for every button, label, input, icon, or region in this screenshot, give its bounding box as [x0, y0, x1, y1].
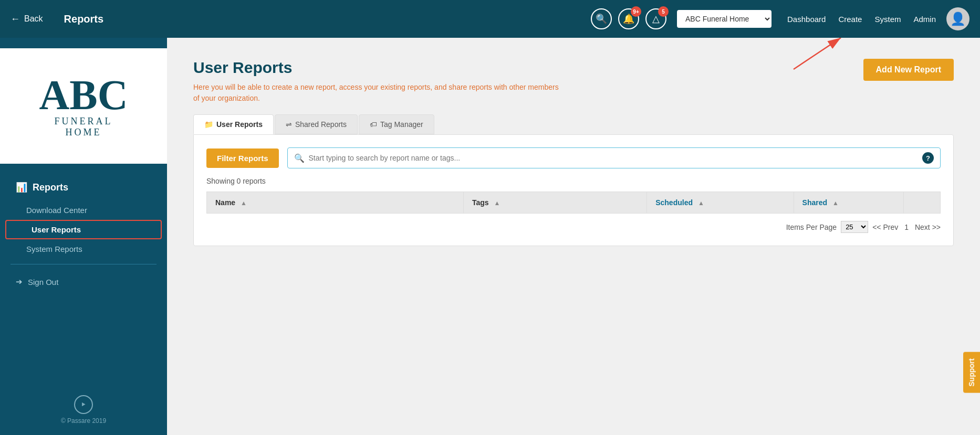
sign-out-label: Sign Out [28, 278, 58, 287]
back-arrow-icon: ← [11, 14, 20, 25]
reports-table: Name ▲ Tags ▲ Scheduled ▲ Shared [206, 192, 941, 214]
back-label: Back [24, 14, 43, 24]
dashboard-link[interactable]: Dashboard [787, 15, 826, 24]
filter-reports-button[interactable]: Filter Reports [206, 148, 279, 168]
nav-title: Reports [64, 13, 591, 25]
showing-count: Showing 0 reports [206, 177, 941, 185]
sidebar-nav: 📊 Reports Download Center User Reports S… [0, 164, 167, 385]
col-header-shared[interactable]: Shared ▲ [794, 192, 904, 214]
tag-icon: 🏷 [370, 120, 377, 129]
sidebar-divider [11, 264, 157, 264]
admin-link[interactable]: Admin [913, 15, 936, 24]
org-selector[interactable]: ABC Funeral Home [677, 10, 772, 28]
tab-shared-reports[interactable]: ⇌ Shared Reports [275, 114, 358, 134]
filter-search-row: Filter Reports 🔍 ? [206, 147, 941, 168]
sign-out-icon: ➔ [16, 277, 23, 287]
next-page-button[interactable]: Next >> [915, 223, 941, 231]
sidebar-section-label: Reports [33, 182, 68, 193]
back-button[interactable]: ← Back [11, 14, 43, 25]
passare-logo: ‣ [74, 395, 93, 414]
table-header: Name ▲ Tags ▲ Scheduled ▲ Shared [207, 192, 941, 214]
help-icon[interactable]: ? [922, 152, 934, 164]
main-content: User Reports Here you will be able to cr… [167, 38, 980, 435]
reports-icon: 📊 [16, 182, 27, 193]
tab-tag-manager-label: Tag Manager [380, 120, 423, 129]
top-nav: ← Back Reports 🔍 🔔 9+ △ 5 ABC Funeral Ho… [0, 0, 980, 38]
current-page: 1 [904, 223, 909, 231]
page-header: User Reports Here you will be able to cr… [193, 59, 954, 104]
arrow-annotation [788, 38, 851, 75]
add-button-container: Add New Report [863, 59, 954, 81]
pagination-row: Items Per Page 2550100 << Prev 1 Next >> [206, 214, 941, 233]
nav-links: Dashboard Create System Admin [787, 15, 936, 24]
sidebar-item-system-reports[interactable]: System Reports [0, 239, 167, 259]
search-icon-button[interactable]: 🔍 [591, 8, 612, 29]
tab-tag-manager[interactable]: 🏷 Tag Manager [359, 114, 434, 134]
tab-shared-reports-label: Shared Reports [295, 120, 347, 129]
page-description: Here you will be able to create a new re… [193, 82, 561, 104]
search-input[interactable] [309, 154, 918, 162]
sidebar: ABC FUNERAL HOME 📊 Reports Download Cent… [0, 38, 167, 435]
tab-user-reports[interactable]: 📁 User Reports [193, 114, 274, 134]
logo-home: HOME [66, 127, 102, 138]
bell-icon-button[interactable]: 🔔 9+ [618, 8, 639, 29]
user-avatar[interactable]: 👤 [946, 7, 969, 30]
logo-area: ABC FUNERAL HOME [0, 48, 167, 164]
svg-line-1 [794, 38, 841, 69]
sidebar-section-reports[interactable]: 📊 Reports [0, 174, 167, 200]
clock-badge: 5 [658, 6, 669, 17]
sidebar-footer: ‣ © Passare 2019 [50, 385, 117, 435]
sidebar-item-download-center[interactable]: Download Center [0, 200, 167, 220]
prev-page-button[interactable]: << Prev [872, 223, 898, 231]
nav-icons: 🔍 🔔 9+ △ 5 [591, 8, 666, 29]
sign-out-button[interactable]: ➔ Sign Out [0, 270, 167, 294]
bell-badge: 9+ [631, 6, 641, 17]
search-icon: 🔍 [294, 153, 305, 163]
col-header-scheduled[interactable]: Scheduled ▲ [647, 192, 794, 214]
sort-arrow-tags: ▲ [494, 199, 500, 207]
create-link[interactable]: Create [838, 15, 862, 24]
system-link[interactable]: System [874, 15, 901, 24]
folder-icon: 📁 [204, 120, 213, 129]
tab-user-reports-label: User Reports [216, 120, 263, 129]
col-header-actions [904, 192, 941, 214]
logo-abc: ABC [39, 74, 128, 116]
footer-text: © Passare 2019 [61, 417, 106, 425]
col-header-name[interactable]: Name ▲ [207, 192, 464, 214]
search-box: 🔍 ? [287, 147, 941, 168]
main-panel: Filter Reports 🔍 ? Showing 0 reports Nam… [193, 134, 954, 246]
items-per-page-select[interactable]: 2550100 [841, 221, 868, 233]
sidebar-item-user-reports[interactable]: User Reports [5, 220, 162, 239]
shared-icon: ⇌ [286, 120, 292, 129]
sort-arrow-name: ▲ [241, 199, 247, 207]
tab-bar: 📁 User Reports ⇌ Shared Reports 🏷 Tag Ma… [193, 114, 954, 134]
sort-arrow-shared: ▲ [832, 199, 839, 207]
items-per-page-label: Items Per Page [786, 223, 837, 231]
main-layout: ABC FUNERAL HOME 📊 Reports Download Cent… [0, 38, 980, 435]
add-new-report-button[interactable]: Add New Report [863, 59, 954, 81]
sort-arrow-scheduled: ▲ [698, 199, 704, 207]
logo-funeral: FUNERAL [54, 116, 112, 127]
col-header-tags[interactable]: Tags ▲ [463, 192, 647, 214]
page-title: User Reports [193, 59, 561, 77]
support-tab[interactable]: Support [963, 352, 980, 393]
clock-icon-button[interactable]: △ 5 [645, 8, 666, 29]
page-header-left: User Reports Here you will be able to cr… [193, 59, 561, 104]
